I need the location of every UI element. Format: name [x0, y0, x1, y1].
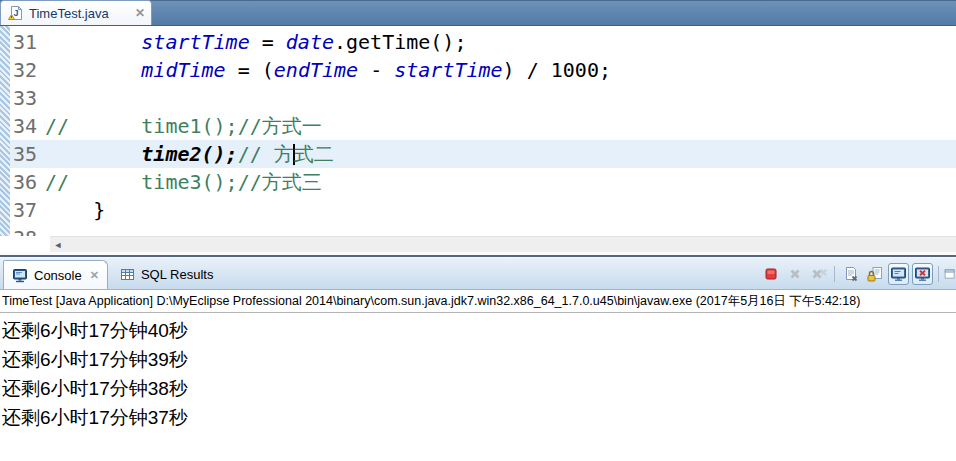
- remove-all-terminated-button[interactable]: [808, 263, 829, 285]
- horizontal-scrollbar[interactable]: ◄: [50, 236, 956, 252]
- console-tab-label: Console: [34, 268, 82, 283]
- sql-results-tab-label: SQL Results: [141, 267, 214, 282]
- console-output[interactable]: 还剩6小时17分钟40秒还剩6小时17分钟39秒还剩6小时17分钟38秒还剩6小…: [0, 313, 956, 432]
- code-token: time2();: [141, 142, 237, 166]
- java-file-warning-icon: J: [8, 5, 24, 21]
- overview-ruler-strip[interactable]: [0, 26, 10, 236]
- code-token: // time1();//方式一: [45, 114, 322, 138]
- code-token: [45, 142, 141, 166]
- code-text: time2();// 方式二: [44, 140, 334, 168]
- code-token: midTime: [141, 58, 225, 82]
- code-text: // time1();//方式一: [44, 112, 322, 140]
- code-line[interactable]: 33: [0, 84, 956, 112]
- remove-launch-button[interactable]: [784, 263, 805, 285]
- ide-window: J TimeTest.java ✕ 31 startTime = date.ge…: [0, 0, 956, 461]
- console-tabbar: Console ✕ SQL Results: [0, 257, 956, 290]
- code-line[interactable]: 38: [0, 224, 956, 236]
- code-text: }: [44, 196, 105, 224]
- clear-console-button[interactable]: [840, 263, 861, 285]
- sql-results-grid-icon: [120, 268, 135, 281]
- toolbar-separator: [834, 266, 835, 282]
- console-output-line: 还剩6小时17分钟37秒: [2, 403, 956, 432]
- code-token: ) / 1000;: [503, 58, 611, 82]
- code-token: 式二: [294, 142, 334, 166]
- code-token: endTime: [274, 58, 358, 82]
- code-token: -: [358, 58, 394, 82]
- toolbar-separator: [938, 266, 939, 282]
- code-token: }: [45, 198, 105, 222]
- svg-text:J: J: [14, 8, 19, 18]
- show-console-stderr-button[interactable]: [912, 263, 933, 285]
- code-token: [45, 30, 141, 54]
- code-text: [44, 224, 45, 236]
- open-console-button[interactable]: [944, 263, 956, 285]
- console-toolbar: [760, 261, 956, 287]
- code-line[interactable]: 35 time2();// 方式二: [0, 140, 956, 168]
- console-output-line: 还剩6小时17分钟39秒: [2, 345, 956, 374]
- editor-tabbar: J TimeTest.java ✕: [0, 0, 956, 26]
- code-text: startTime = date.getTime();: [44, 28, 466, 56]
- console-output-line: 还剩6小时17分钟40秒: [2, 316, 956, 345]
- code-line[interactable]: 31 startTime = date.getTime();: [0, 28, 956, 56]
- code-line[interactable]: 37 }: [0, 196, 956, 224]
- console-process-label: TimeTest [Java Application] D:\MyEclipse…: [0, 290, 956, 313]
- code-token: =: [250, 30, 286, 54]
- code-line[interactable]: 34// time1();//方式一: [0, 112, 956, 140]
- editor-hscrollbar-row: ◄: [0, 236, 956, 252]
- scroll-lock-button[interactable]: [864, 263, 885, 285]
- code-text: // time3();//方式三: [44, 168, 322, 196]
- code-token: // 方: [238, 142, 294, 166]
- code-token: startTime: [141, 30, 249, 54]
- code-token: = (: [226, 58, 274, 82]
- code-token: date: [286, 30, 334, 54]
- console-output-line: 还剩6小时17分钟38秒: [2, 374, 956, 403]
- show-console-stdout-button[interactable]: [888, 263, 909, 285]
- code-token: .getTime();: [334, 30, 466, 54]
- code-text: midTime = (endTime - startTime) / 1000;: [44, 56, 611, 84]
- code-token: [45, 58, 141, 82]
- terminate-button[interactable]: [760, 263, 781, 285]
- code-line[interactable]: 32 midTime = (endTime - startTime) / 100…: [0, 56, 956, 84]
- code-token: startTime: [394, 58, 502, 82]
- console-icon: [12, 268, 28, 283]
- scroll-left-arrow-icon[interactable]: ◄: [50, 240, 66, 250]
- tab-console[interactable]: Console ✕: [3, 260, 108, 289]
- code-lines: 31 startTime = date.getTime();32 midTime…: [0, 28, 956, 236]
- code-text: [44, 84, 45, 112]
- tab-sql-results[interactable]: SQL Results: [112, 260, 222, 289]
- tab-timetest-java[interactable]: J TimeTest.java ✕: [0, 0, 152, 25]
- tab-close-icon[interactable]: ✕: [135, 6, 145, 20]
- code-line[interactable]: 36// time3();//方式三: [0, 168, 956, 196]
- code-editor[interactable]: 31 startTime = date.getTime();32 midTime…: [0, 26, 956, 236]
- code-token: // time3();//方式三: [45, 170, 322, 194]
- tab-label: TimeTest.java: [29, 6, 109, 21]
- console-tab-close-icon[interactable]: ✕: [90, 269, 99, 282]
